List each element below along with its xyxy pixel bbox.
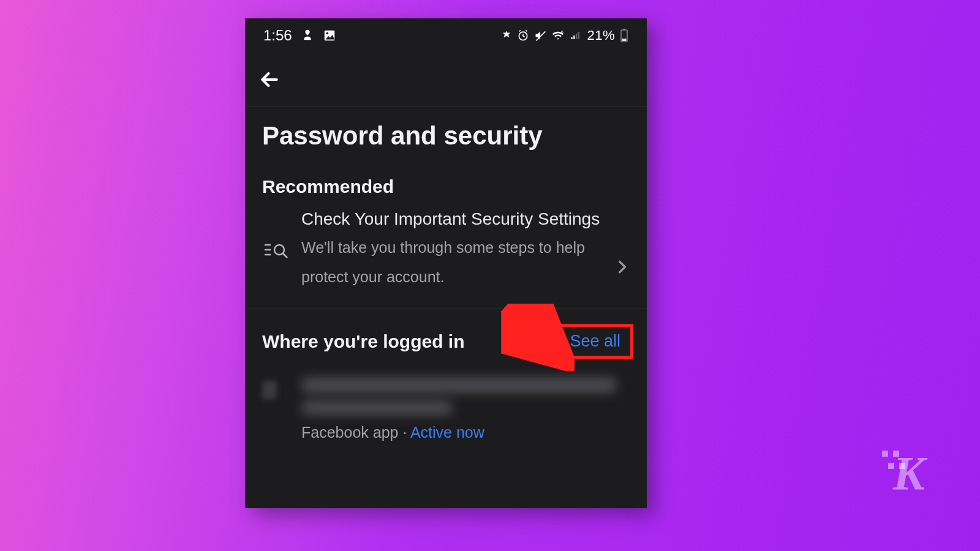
chevron-right-icon — [614, 222, 630, 277]
back-button[interactable] — [255, 65, 284, 94]
logged-in-heading: Where you're logged in — [262, 331, 465, 352]
svg-rect-6 — [622, 39, 627, 41]
alarm-icon — [517, 29, 529, 42]
toolbar — [245, 53, 647, 107]
battery-percent: 21% — [587, 28, 615, 43]
recommended-heading: Recommended — [245, 158, 647, 208]
arrow-left-icon — [257, 67, 282, 92]
watermark-logo: K — [893, 449, 925, 497]
svg-point-7 — [274, 245, 284, 255]
gallery-icon — [323, 29, 336, 42]
see-all-link[interactable]: See all — [557, 324, 633, 359]
login-status: Active now — [410, 424, 484, 441]
battery-icon — [620, 29, 628, 42]
login-session-text: Facebook app · Active now — [290, 377, 630, 441]
status-bar: 1:56 6 21% — [245, 18, 647, 53]
phone-screen: 1:56 6 21% Password and security Recomme… — [245, 18, 647, 508]
login-session-row[interactable]: Facebook app · Active now — [245, 365, 647, 454]
status-left: 1:56 — [263, 27, 336, 44]
recommended-item-subtitle: We'll take you through some steps to hel… — [301, 233, 606, 291]
data-saver-icon — [501, 30, 512, 41]
signal-icon — [570, 30, 582, 41]
logged-in-section-header: Where you're logged in See all — [245, 309, 647, 365]
search-list-icon — [262, 238, 290, 262]
recommended-text: Check Your Important Security Settings W… — [290, 208, 614, 291]
clock-text: 1:56 — [263, 27, 292, 44]
recommended-item-title: Check Your Important Security Settings — [301, 208, 606, 230]
status-right: 6 21% — [501, 28, 628, 43]
redacted-device-name — [301, 377, 617, 393]
check-security-settings-row[interactable]: Check Your Important Security Settings W… — [245, 208, 647, 309]
login-app-label: Facebook app — [301, 424, 398, 441]
notification-app-icon — [301, 29, 314, 42]
page-title: Password and security — [245, 107, 647, 158]
login-session-meta: Facebook app · Active now — [301, 424, 630, 441]
redacted-location — [301, 400, 453, 415]
mute-icon — [534, 29, 546, 42]
svg-rect-5 — [623, 29, 625, 30]
device-icon — [262, 377, 290, 399]
svg-text:6: 6 — [561, 30, 564, 34]
wifi-icon: 6 — [551, 29, 565, 42]
svg-point-1 — [326, 32, 328, 35]
meta-separator: · — [398, 424, 410, 441]
